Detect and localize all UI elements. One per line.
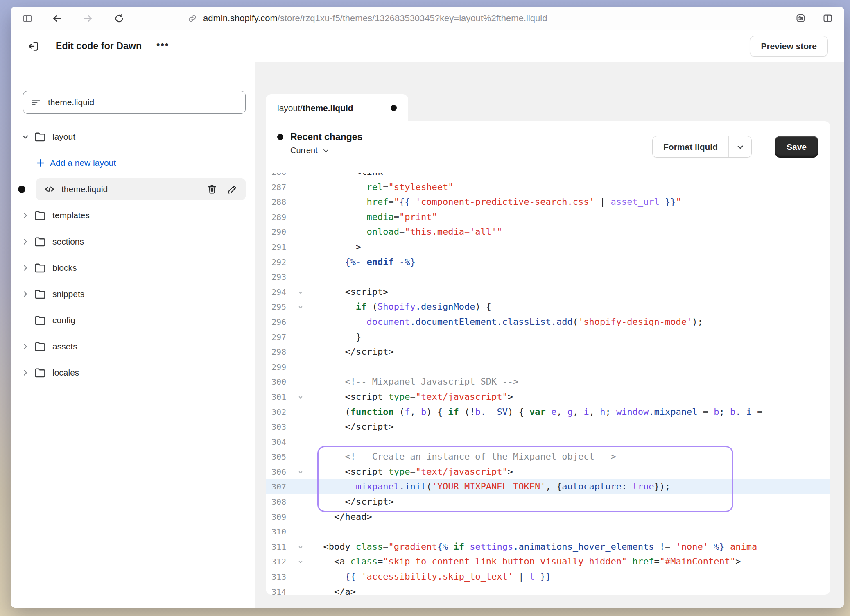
- fold-chevron-icon[interactable]: [297, 465, 304, 480]
- folder-label: blocks: [52, 263, 77, 273]
- browser-forward-icon[interactable]: [82, 12, 94, 25]
- code-line-309[interactable]: 309 </head>: [266, 510, 830, 525]
- exit-editor-icon[interactable]: [27, 40, 39, 52]
- file-tree: layoutAdd a new layouttheme.liquidtempla…: [11, 124, 255, 386]
- save-button[interactable]: Save: [775, 136, 818, 158]
- code-line-303[interactable]: 303 </script>: [266, 419, 830, 435]
- page-settings-icon[interactable]: [794, 12, 807, 25]
- line-number: 313: [266, 569, 308, 584]
- code-line-313[interactable]: 313 {{ 'accessibility.skip_to_text' | t …: [266, 569, 830, 584]
- add-new-layout-link[interactable]: Add a new layout: [11, 150, 255, 176]
- fold-chevron-icon[interactable]: [297, 390, 304, 405]
- code-line-295[interactable]: 295 if (Shopify.designMode) {: [266, 299, 830, 315]
- code-line-302[interactable]: 302 (function (f, b) { if (!b.__SV) { va…: [266, 405, 830, 420]
- tab-overview-icon[interactable]: [821, 12, 834, 25]
- line-number: 305: [266, 449, 308, 464]
- folder-icon: [34, 340, 47, 353]
- folder-icon: [34, 209, 47, 222]
- code-line-286[interactable]: 286 <link: [266, 173, 830, 180]
- chevron-right-icon: [20, 290, 30, 299]
- format-liquid-button[interactable]: Format liquid: [652, 136, 752, 158]
- address-bar[interactable]: admin.shopify.com/store/rzq1xu-f5/themes…: [188, 7, 547, 30]
- sidebar-item-assets[interactable]: assets: [11, 333, 255, 360]
- header-divider: [766, 121, 766, 172]
- code-line-296[interactable]: 296 document.documentElement.classList.a…: [266, 315, 830, 330]
- browser-reload-icon[interactable]: [113, 12, 125, 25]
- browser-back-icon[interactable]: [51, 12, 63, 25]
- code-file-icon: [43, 183, 56, 195]
- folder-label: snippets: [52, 289, 84, 299]
- code-line-300[interactable]: 300 <!-- Mixpanel Javascript SDK -->: [266, 374, 830, 390]
- line-number: 300: [266, 374, 308, 390]
- code-line-291[interactable]: 291 >: [266, 240, 830, 255]
- fold-chevron-icon[interactable]: [297, 540, 304, 555]
- delete-file-icon[interactable]: [206, 183, 218, 195]
- folder-icon: [34, 288, 47, 301]
- line-number: 291: [266, 240, 308, 255]
- browser-sidebar-toggle-icon[interactable]: [21, 12, 34, 25]
- code-line-311[interactable]: 311 <body class="gradient{% if settings.…: [266, 539, 830, 555]
- code-editor[interactable]: 286 <link287 rel="stylesheet"288 href="{…: [266, 173, 830, 595]
- sidebar-item-config[interactable]: config: [11, 307, 255, 333]
- line-number: 301: [266, 390, 308, 405]
- tab-theme-liquid[interactable]: layout/theme.liquid: [266, 94, 408, 122]
- chevron-right-icon: [20, 368, 30, 377]
- modified-dot: [18, 186, 25, 193]
- fold-chevron-icon[interactable]: [297, 555, 304, 570]
- code-line-292[interactable]: 292 {%- endif -%}: [266, 255, 830, 270]
- line-number: 298: [266, 344, 308, 360]
- sidebar-item-templates[interactable]: templates: [11, 202, 255, 229]
- search-input[interactable]: [48, 97, 238, 107]
- code-line-306[interactable]: 306 <script type="text/javascript">: [266, 464, 830, 480]
- code-line-307[interactable]: 307 mixpanel.init('YOUR_MIXPANEL_TOKEN',…: [266, 479, 830, 494]
- code-text: mixpanel.init('YOUR_MIXPANEL_TOKEN', {au…: [308, 479, 670, 494]
- code-line-290[interactable]: 290 onload="this.media='all'": [266, 224, 830, 240]
- code-text: </script>: [308, 419, 394, 435]
- code-line-305[interactable]: 305 <!-- Create an instance of the Mixpa…: [266, 449, 830, 464]
- code-line-294[interactable]: 294 <script>: [266, 285, 830, 300]
- folder-icon: [34, 235, 47, 248]
- code-line-312[interactable]: 312 <a class="skip-to-content-link butto…: [266, 554, 830, 569]
- preview-store-button[interactable]: Preview store: [750, 36, 828, 57]
- line-number: 290: [266, 224, 308, 240]
- folder-label: layout: [52, 132, 75, 142]
- code-line-288[interactable]: 288 href="{{ 'component-predictive-searc…: [266, 195, 830, 210]
- code-line-287[interactable]: 287 rel="stylesheet": [266, 180, 830, 195]
- sidebar-item-locales[interactable]: locales: [11, 360, 255, 386]
- code-line-289[interactable]: 289 media="print": [266, 210, 830, 225]
- line-number: 286: [266, 173, 308, 180]
- sidebar-item-snippets[interactable]: snippets: [11, 281, 255, 307]
- code-line-299[interactable]: 299: [266, 360, 830, 375]
- selected-file-pill[interactable]: theme.liquid: [36, 178, 246, 200]
- sidebar-item-layout[interactable]: layout: [11, 124, 255, 150]
- code-text: href="{{ 'component-predictive-search.cs…: [308, 195, 681, 210]
- app-header: Edit code for Dawn ••• Preview store: [11, 30, 844, 62]
- code-text: <body class="gradient{% if settings.anim…: [308, 539, 757, 555]
- fold-chevron-icon[interactable]: [297, 300, 304, 315]
- unsaved-dot: [391, 105, 397, 111]
- rename-file-icon[interactable]: [227, 183, 238, 195]
- sidebar-item-theme-liquid[interactable]: theme.liquid: [11, 176, 255, 202]
- more-actions-button[interactable]: •••: [156, 43, 169, 50]
- code-line-310[interactable]: 310: [266, 524, 830, 539]
- editor-card: Recent changes Current Format liquid Sav…: [266, 121, 830, 595]
- tab-file-name: theme.liquid: [303, 103, 353, 113]
- code-text: </script>: [308, 344, 394, 360]
- code-line-314[interactable]: 314 </a>: [266, 584, 830, 595]
- code-line-298[interactable]: 298 </script>: [266, 344, 830, 360]
- fold-chevron-icon[interactable]: [297, 285, 304, 301]
- code-line-308[interactable]: 308 </script>: [266, 494, 830, 510]
- code-line-293[interactable]: 293: [266, 270, 830, 285]
- code-line-297[interactable]: 297 }: [266, 330, 830, 345]
- sidebar-item-blocks[interactable]: blocks: [11, 255, 255, 281]
- file-search[interactable]: [23, 91, 246, 114]
- file-label: theme.liquid: [61, 184, 108, 194]
- line-number: 289: [266, 210, 308, 225]
- code-line-301[interactable]: 301 <script type="text/javascript">: [266, 390, 830, 405]
- sidebar-item-sections[interactable]: sections: [11, 229, 255, 255]
- code-line-304[interactable]: 304: [266, 435, 830, 450]
- chevron-right-icon: [20, 342, 30, 351]
- folder-label: locales: [52, 368, 79, 378]
- format-options-chevron[interactable]: [728, 136, 751, 157]
- code-text: media="print": [308, 210, 437, 225]
